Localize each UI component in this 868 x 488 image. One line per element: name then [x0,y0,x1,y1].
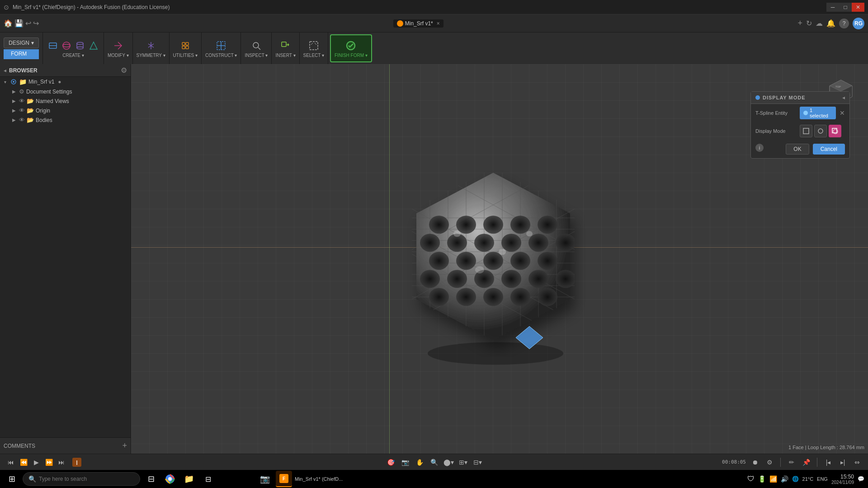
capture-button[interactable]: 📷 [400,457,410,468]
named-views-item[interactable]: ▶ 👁 📂 Named Views [0,96,131,106]
sphere-tool-icon[interactable] [60,39,73,52]
fusion-taskbar-icon[interactable]: F [276,471,292,487]
root-item[interactable]: ▾ 📁 Min_Srf v1 ● [0,77,131,87]
browser-collapse-icon[interactable]: ◂ [4,67,6,74]
notifications-button[interactable]: 🔔 [826,19,835,28]
modify-tool-icon[interactable] [112,39,124,52]
save-button[interactable]: 💾 [14,19,24,28]
notification-center-button[interactable]: 💬 [858,476,864,482]
user-avatar[interactable]: RG [853,18,864,29]
box-tool-icon[interactable] [47,39,59,52]
document-settings-item[interactable]: ▶ ⚙ Document Settings [0,87,131,96]
maximize-button[interactable]: □ [839,3,852,12]
bodies-item[interactable]: ▶ 👁 📂 Bodies [0,115,131,125]
browser-options-icon[interactable]: ⚙ [121,66,127,75]
display-mode-smooth-icon[interactable] [814,125,827,137]
create-label[interactable]: CREATE ▾ [62,53,84,58]
battery-icon[interactable]: 🔋 [758,475,766,483]
file-name[interactable]: Min_Srf v1* [405,20,433,27]
help-button[interactable]: ? [839,19,849,28]
grid-dropdown[interactable]: ⊟▾ [472,457,483,468]
doc-settings-expand[interactable]: ▶ [11,89,17,95]
timeline-start-button[interactable]: ⏮ [5,457,16,468]
timeline-prev-button[interactable]: ⏪ [18,457,29,468]
select-group[interactable]: SELECT ▾ [300,33,329,64]
create-group[interactable]: CREATE ▾ [43,33,104,64]
clear-selection-button[interactable]: ✕ [840,109,845,117]
cancel-button[interactable]: Cancel [813,144,845,155]
selected-badge[interactable]: 1 selected [800,107,836,119]
slider-right[interactable]: ▸| [837,457,848,468]
display-settings-dropdown[interactable]: ⊞▾ [458,457,468,468]
panel-expand-icon[interactable]: ◂ [842,94,845,101]
utilities-tool-icon[interactable] [179,39,192,52]
select-tool-icon[interactable] [307,39,320,52]
timeline-step-icon[interactable]: | [72,458,81,467]
design-dropdown[interactable]: DESIGN ▾ [4,38,39,48]
new-tab-button[interactable]: + [797,19,802,28]
display-mode-box-icon[interactable] [800,125,812,137]
loft-tool-icon[interactable] [87,39,100,52]
modify-group[interactable]: MODIFY ▾ [104,33,133,64]
pan-button[interactable]: ✋ [414,457,425,468]
taskview-btn2[interactable]: ⊟ [200,471,216,487]
fullscreen-button[interactable]: ⇔ [852,457,863,468]
origin-item[interactable]: ▶ 👁 📂 Origin [0,106,131,115]
timeline-next-button[interactable]: ⏩ [43,457,54,468]
mail-icon[interactable]: ✉ [219,471,235,487]
canvas-area[interactable]: TOP RIGHT FRONT DISPLAY MODE ◂ T-Spline … [131,64,868,454]
timeline-play-button[interactable]: ▶ [31,457,42,468]
network-icon[interactable]: 🌐 [792,476,799,482]
undo-button[interactable]: ↩ [25,19,31,28]
taskbar-search-input[interactable] [39,476,134,482]
taskbar-search-box[interactable]: 🔍 [23,472,140,486]
insert-tool-icon[interactable] [279,39,292,52]
finish-form-group[interactable]: FINISH FORM ▾ [330,34,372,62]
slider-left[interactable]: |◂ [823,457,834,468]
redo-button[interactable]: ↪ [33,19,39,28]
file-explorer-icon[interactable]: 📁 [181,471,197,487]
construct-group[interactable]: CONSTRUCT ▾ [202,33,241,64]
cloud-button[interactable]: ☁ [816,19,823,28]
chrome-icon[interactable] [162,471,178,487]
zoom-fit-dropdown[interactable]: ⬤▾ [443,457,454,468]
symmetry-tool-icon[interactable] [145,39,157,52]
store-icon[interactable]: 🛍 [238,471,254,487]
root-expand-icon[interactable]: ▾ [2,79,8,85]
timeline-end-button[interactable]: ⏭ [56,457,67,468]
modify-label[interactable]: MODIFY ▾ [108,53,129,58]
zoom-button[interactable]: 🔍 [429,457,439,468]
cylinder-tool-icon[interactable] [74,39,86,52]
record-button[interactable]: ⏺ [750,457,760,468]
symmetry-group[interactable]: SYMMETRY ▾ [133,33,170,64]
tab-close-icon[interactable]: × [437,20,440,27]
utilities-label[interactable]: UTILITIES ▾ [173,53,198,58]
info-icon[interactable]: i [755,144,764,152]
home-icon[interactable]: 🏠 [4,19,13,28]
draw-tool-button[interactable]: ✏ [786,457,797,468]
refresh-button[interactable]: ↻ [806,19,812,28]
named-views-expand[interactable]: ▶ [11,98,17,104]
construct-tool-icon[interactable] [215,39,227,52]
close-button[interactable]: ✕ [852,3,864,12]
inspect-group[interactable]: INSPECT ▾ [241,33,272,64]
origin-expand[interactable]: ▶ [11,108,17,114]
view-options-button[interactable]: 🎯 [385,457,396,468]
bodies-expand[interactable]: ▶ [11,117,17,123]
select-label[interactable]: SELECT ▾ [303,53,325,58]
minimize-button[interactable]: ─ [826,3,839,12]
camera-icon[interactable]: 📷 [257,471,273,487]
inspect-label[interactable]: INSPECT ▾ [245,53,268,58]
insert-label[interactable]: INSERT ▾ [275,53,295,58]
form-tab[interactable]: FORM [4,49,39,59]
3d-model[interactable] [380,159,597,367]
utilities-group[interactable]: UTILITIES ▾ [170,33,202,64]
insert-group[interactable]: INSERT ▾ [272,33,299,64]
ok-button[interactable]: OK [786,144,809,155]
root-options-icon[interactable]: ● [58,79,61,85]
wifi-icon[interactable]: 📶 [769,475,777,483]
start-button[interactable]: ⊞ [4,471,20,487]
display-mode-both-icon[interactable] [829,125,841,137]
timeline-settings-button[interactable]: ⚙ [764,457,775,468]
pin-button[interactable]: 📌 [801,457,811,468]
